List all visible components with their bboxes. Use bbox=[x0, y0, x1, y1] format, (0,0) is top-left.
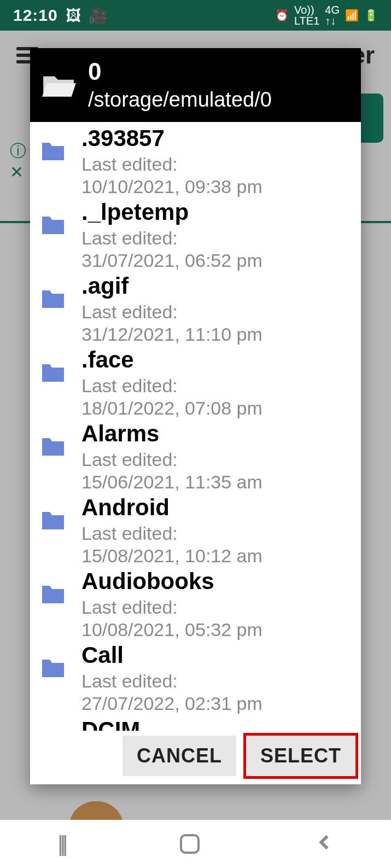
dialog-header-text: 0 /storage/emulated/0 bbox=[88, 59, 272, 111]
folder-item[interactable]: AudiobooksLast edited:10/08/2021, 05:32 … bbox=[40, 565, 351, 639]
last-edited-label: Last edited: bbox=[81, 448, 351, 471]
folder-name: DCIM bbox=[81, 717, 351, 731]
dialog-buttons: CANCEL SELECT bbox=[30, 731, 361, 784]
folder-date: 10/10/2021, 09:38 pm bbox=[81, 176, 351, 197]
folder-name: Audiobooks bbox=[81, 568, 351, 595]
folder-date: 15/08/2021, 10:12 am bbox=[81, 545, 351, 567]
folder-text: .faceLast edited:18/01/2022, 07:08 pm bbox=[81, 347, 351, 419]
folder-date: 10/08/2021, 05:32 pm bbox=[81, 619, 351, 640]
folder-date: 31/12/2021, 11:10 pm bbox=[81, 324, 351, 345]
nav-home-icon[interactable] bbox=[180, 834, 200, 854]
folder-item[interactable]: .393857Last edited:10/10/2021, 09:38 pm bbox=[40, 122, 351, 196]
folder-text: AlarmsLast edited:15/06/2021, 11:35 am bbox=[81, 421, 351, 493]
last-edited-label: Last edited: bbox=[81, 300, 351, 324]
folder-name: .face bbox=[81, 347, 351, 373]
select-button[interactable]: SELECT bbox=[246, 736, 355, 776]
folder-open-icon bbox=[41, 71, 77, 100]
volte-icon: Vo)) LTE1 bbox=[294, 4, 319, 26]
folder-item[interactable]: .faceLast edited:18/01/2022, 07:08 pm bbox=[40, 343, 351, 417]
alarm-icon: ⏰ bbox=[275, 10, 289, 21]
folder-name: Android bbox=[81, 494, 351, 521]
folder-icon bbox=[40, 657, 66, 679]
folder-item[interactable]: CallLast edited:27/07/2022, 02:31 pm bbox=[40, 639, 351, 713]
folder-item[interactable]: AlarmsLast edited:15/06/2021, 11:35 am bbox=[40, 417, 351, 491]
last-edited-label: Last edited: bbox=[81, 669, 351, 693]
status-left: 12:10 🖼 🎥 bbox=[13, 6, 108, 25]
folder-text: AndroidLast edited:15/08/2021, 10:12 am bbox=[81, 494, 351, 567]
signal-icon: 📶 bbox=[345, 10, 359, 21]
folder-name: .393857 bbox=[81, 125, 351, 152]
folder-name: Alarms bbox=[81, 421, 351, 447]
folder-date: 15/06/2021, 11:35 am bbox=[81, 471, 351, 493]
folder-text: DCIM bbox=[81, 716, 351, 731]
folder-list[interactable]: .393857Last edited:10/10/2021, 09:38 pm.… bbox=[30, 122, 361, 731]
folder-item[interactable]: ._lpetempLast edited:31/07/2021, 06:52 p… bbox=[40, 196, 351, 270]
last-edited-label: Last edited: bbox=[81, 374, 351, 398]
status-right: ⏰ Vo)) LTE1 4G ↑↓ 📶 🔋 bbox=[275, 4, 378, 26]
nav-back-icon[interactable] bbox=[315, 832, 334, 857]
dialog-header[interactable]: 0 /storage/emulated/0 bbox=[30, 48, 361, 122]
network-icon: 4G ↑↓ bbox=[325, 4, 340, 26]
current-folder-name: 0 bbox=[88, 59, 272, 85]
folder-date: 31/07/2021, 06:52 pm bbox=[81, 250, 351, 271]
folder-picker-dialog: 0 /storage/emulated/0 .393857Last edited… bbox=[30, 48, 361, 784]
last-edited-label: Last edited: bbox=[81, 226, 351, 250]
folder-item[interactable]: AndroidLast edited:15/08/2021, 10:12 am bbox=[40, 491, 351, 565]
folder-text: ._lpetempLast edited:31/07/2021, 06:52 p… bbox=[81, 199, 351, 271]
last-edited-label: Last edited: bbox=[81, 596, 351, 619]
folder-icon bbox=[40, 288, 66, 310]
last-edited-label: Last edited: bbox=[81, 522, 351, 545]
last-edited-label: Last edited: bbox=[81, 153, 351, 176]
folder-icon bbox=[40, 436, 66, 458]
folder-item[interactable]: DCIM bbox=[40, 713, 351, 731]
nav-recent-icon[interactable]: ||| bbox=[57, 832, 65, 857]
folder-icon bbox=[40, 584, 66, 605]
folder-date: 18/01/2022, 07:08 pm bbox=[81, 398, 351, 419]
folder-date: 27/07/2022, 02:31 pm bbox=[81, 693, 351, 714]
folder-icon bbox=[40, 141, 66, 162]
folder-text: .agifLast edited:31/12/2021, 11:10 pm bbox=[81, 273, 351, 345]
folder-name: Call bbox=[81, 642, 351, 668]
folder-item[interactable]: .agifLast edited:31/12/2021, 11:10 pm bbox=[40, 270, 351, 343]
folder-icon bbox=[40, 214, 66, 236]
folder-text: CallLast edited:27/07/2022, 02:31 pm bbox=[81, 642, 351, 714]
folder-name: ._lpetemp bbox=[81, 199, 351, 225]
video-icon: 🎥 bbox=[89, 7, 108, 25]
cancel-button[interactable]: CANCEL bbox=[122, 736, 236, 776]
folder-text: .393857Last edited:10/10/2021, 09:38 pm bbox=[81, 125, 351, 197]
system-nav-bar: ||| bbox=[0, 820, 391, 868]
folder-name: .agif bbox=[81, 273, 351, 299]
status-bar: 12:10 🖼 🎥 ⏰ Vo)) LTE1 4G ↑↓ 📶 🔋 bbox=[0, 0, 391, 31]
folder-icon bbox=[40, 362, 66, 384]
folder-text: AudiobooksLast edited:10/08/2021, 05:32 … bbox=[81, 568, 351, 640]
image-icon: 🖼 bbox=[66, 7, 81, 25]
current-folder-path: /storage/emulated/0 bbox=[88, 89, 272, 112]
folder-icon bbox=[40, 510, 66, 532]
battery-icon: 🔋 bbox=[364, 10, 378, 21]
clock: 12:10 bbox=[13, 6, 58, 25]
